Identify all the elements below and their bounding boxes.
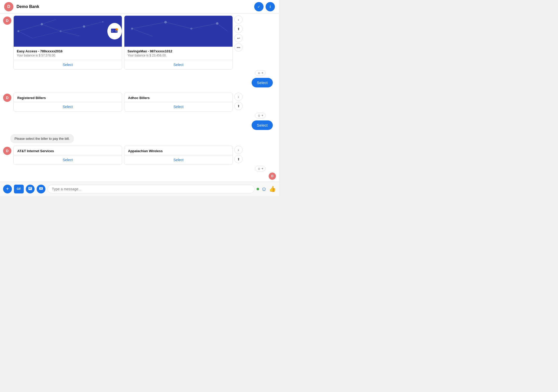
svg-rect-18 xyxy=(115,31,117,31)
photo-icon xyxy=(39,186,43,192)
more-btn-1[interactable]: ••• xyxy=(234,43,243,52)
share-btn-3[interactable]: ⬆ xyxy=(234,155,243,163)
svg-point-12 xyxy=(102,21,103,22)
billers2-row: D AT&T Internet Services Select Appalach… xyxy=(0,144,279,166)
reply-icon-1: ↩ xyxy=(237,36,240,40)
share-icon-3: ⬆ xyxy=(237,157,240,161)
account-select-btn-1[interactable]: Select xyxy=(14,60,122,69)
chevron-right-btn-2[interactable]: › xyxy=(234,93,243,101)
emoji-react-btn-3[interactable]: ☺ + xyxy=(255,166,266,172)
svg-line-2 xyxy=(42,24,61,31)
user-avatar-area: D xyxy=(0,173,279,182)
right-controls-billers2: › ⬆ xyxy=(234,146,243,163)
plus-btn[interactable]: + xyxy=(3,185,12,193)
more-icon-1: ••• xyxy=(237,46,240,50)
svg-line-23 xyxy=(132,29,153,36)
chevron-right-btn-1[interactable]: › xyxy=(234,15,243,24)
svg-line-0 xyxy=(18,24,42,31)
select-bubble-btn-1[interactable]: Select xyxy=(252,78,273,87)
chat-avatar-1: D xyxy=(3,17,11,25)
biller2-card-2: Appalachian Wireless Select xyxy=(124,146,233,165)
svg-line-25 xyxy=(192,23,217,29)
biller2-select-btn-2[interactable]: Select xyxy=(124,155,233,165)
card-balance-2: Your balance is $ 23,456.00. xyxy=(127,54,229,57)
biller2-name-1: AT&T Internet Services xyxy=(14,146,122,155)
svg-point-9 xyxy=(41,23,43,25)
photo-btn[interactable] xyxy=(37,185,45,193)
account-cards-container: Easy Access - 789xxxxx2016 Your balance … xyxy=(13,15,233,70)
biller-card-1: Registered Billers Select xyxy=(13,93,122,112)
right-controls-billers: › ⬆ xyxy=(234,93,243,110)
biller-card-2: Adhoc Billers Select xyxy=(124,93,233,112)
network-bg-2 xyxy=(124,16,233,47)
biller2-card-1: AT&T Internet Services Select xyxy=(13,146,122,165)
check-button[interactable]: ✓ xyxy=(254,2,264,11)
emoji-react-btn-2[interactable]: ☺ + xyxy=(255,113,266,118)
account-cards-row: D xyxy=(0,13,279,71)
svg-line-5 xyxy=(61,31,79,36)
header-title: Demo Bank xyxy=(17,4,254,9)
share-icon-1: ⬆ xyxy=(237,27,240,31)
card-name-1: Easy Access - 789xxxxx2016 xyxy=(17,49,119,53)
card-body-1: Easy Access - 789xxxxx2016 Your balance … xyxy=(14,47,122,58)
input-right-btns: ☺ 👍 xyxy=(257,186,276,192)
thumbs-up-btn[interactable]: 👍 xyxy=(269,186,276,192)
chevron-right-btn-3[interactable]: › xyxy=(234,146,243,154)
share-btn-2[interactable]: ⬆ xyxy=(234,102,243,110)
smiley-icon: ☺ xyxy=(261,186,267,192)
online-indicator xyxy=(257,188,259,190)
select-bubble-row-1: Select xyxy=(0,77,279,88)
billers-container: Registered Billers Select Adhoc Billers … xyxy=(13,93,233,112)
clip-btn[interactable] xyxy=(26,185,35,193)
emoji-row-2: ☺ + xyxy=(0,113,279,118)
gif-btn[interactable]: GIF xyxy=(14,185,24,193)
chat-avatar-3: D xyxy=(3,147,11,155)
card-balance-1: Your balance is $ 57,578.00. xyxy=(17,54,119,57)
message-input[interactable] xyxy=(47,185,254,193)
svg-line-6 xyxy=(84,22,103,27)
reply-btn-1[interactable]: ↩ xyxy=(234,34,243,42)
svg-line-24 xyxy=(166,22,192,29)
svg-line-7 xyxy=(33,31,61,38)
svg-line-4 xyxy=(61,27,84,31)
check-icon: ✓ xyxy=(257,5,260,9)
info-button[interactable]: i xyxy=(266,2,275,11)
svg-rect-15 xyxy=(111,31,113,32)
share-icon-2: ⬆ xyxy=(237,104,240,108)
biller-select-btn-2[interactable]: Select xyxy=(124,102,233,111)
emoji-face-btn[interactable]: ☺ xyxy=(261,186,267,192)
share-btn-1[interactable]: ⬆ xyxy=(234,25,243,33)
svg-rect-19 xyxy=(115,32,117,32)
account-card-1: Easy Access - 789xxxxx2016 Your balance … xyxy=(13,15,122,70)
billers2-container: AT&T Internet Services Select Appalachia… xyxy=(13,146,233,165)
card-name-2: SavingsMax - 987xxxxx1012 xyxy=(127,49,229,53)
billers-row: D Registered Billers Select Adhoc Biller… xyxy=(0,92,279,113)
payment-icon xyxy=(110,27,119,36)
right-controls-accounts: › ⬆ ↩ ••• xyxy=(234,15,243,52)
header-actions: ✓ i xyxy=(254,2,275,11)
clip-icon xyxy=(28,186,33,192)
account-card-2: SavingsMax - 987xxxxx1012 Your balance i… xyxy=(124,15,233,70)
svg-point-29 xyxy=(190,28,193,30)
info-icon: i xyxy=(270,5,271,9)
svg-line-22 xyxy=(132,22,166,29)
svg-point-10 xyxy=(60,30,61,32)
svg-line-3 xyxy=(42,20,56,24)
thumbs-up-icon: 👍 xyxy=(269,186,276,192)
select-bubble-row-2: Select xyxy=(0,119,279,131)
card-icon-circle-1 xyxy=(107,23,122,39)
chat-area: D xyxy=(0,13,279,182)
svg-point-8 xyxy=(18,30,19,32)
card-image-2 xyxy=(124,16,233,47)
svg-point-21 xyxy=(115,28,117,30)
account-select-btn-2[interactable]: Select xyxy=(124,60,233,69)
card-image-1 xyxy=(14,16,122,47)
biller-name-2: Adhoc Billers xyxy=(124,93,233,102)
biller2-select-btn-1[interactable]: Select xyxy=(14,155,122,165)
biller2-name-2: Appalachian Wireless xyxy=(124,146,233,155)
right-user-avatar: D xyxy=(269,173,276,180)
emoji-row-3: ☺ + xyxy=(0,166,279,172)
header-avatar: D xyxy=(4,2,13,11)
select-bubble-btn-2[interactable]: Select xyxy=(252,120,273,130)
biller-select-btn-1[interactable]: Select xyxy=(14,102,122,111)
